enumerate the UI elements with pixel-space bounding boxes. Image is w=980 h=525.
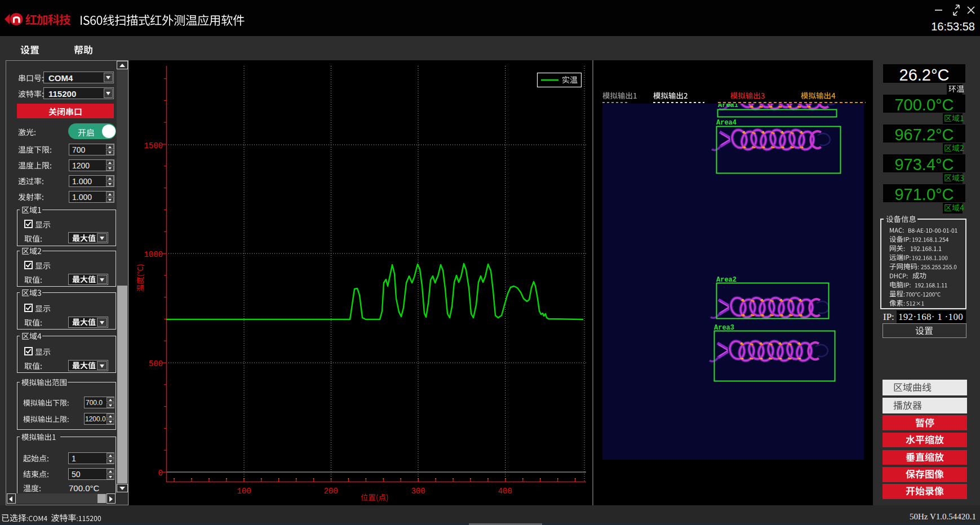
svg-text:Area1: Area1 [718, 104, 738, 109]
svg-text:0: 0 [158, 469, 163, 478]
svg-text:400: 400 [498, 487, 512, 496]
svg-text:300: 300 [411, 487, 425, 496]
svg-text:1000: 1000 [144, 250, 163, 259]
svg-text:200: 200 [323, 487, 338, 496]
svg-text:100: 100 [237, 487, 251, 496]
svg-text:Area3: Area3 [714, 324, 734, 332]
svg-text:1500: 1500 [144, 141, 163, 150]
svg-text:Area4: Area4 [716, 119, 737, 127]
svg-text:500: 500 [149, 359, 163, 368]
svg-text:Area2: Area2 [716, 276, 737, 284]
